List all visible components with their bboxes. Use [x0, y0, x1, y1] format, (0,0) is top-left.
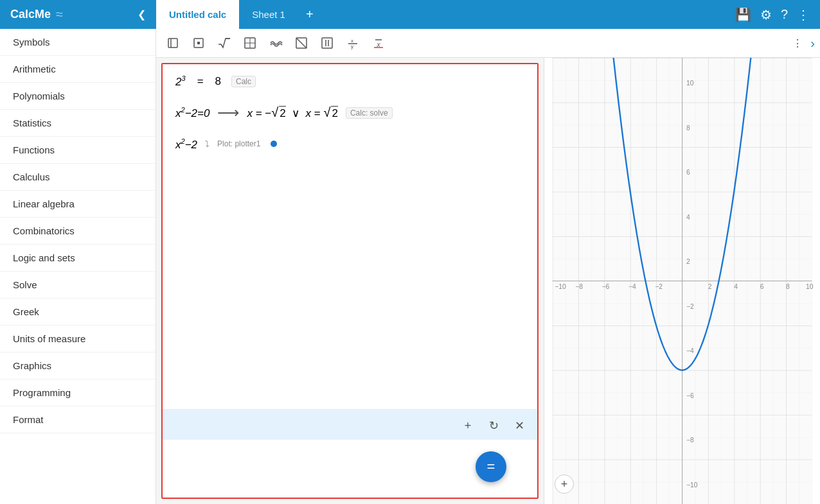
- logo-icon: ≈: [56, 7, 63, 22]
- sidebar-item-calculus[interactable]: Calculus: [0, 164, 156, 191]
- strikethrough-toolbar-btn[interactable]: [290, 33, 313, 53]
- svg-text:−10: −10: [686, 482, 698, 489]
- toolbar-more-btn[interactable]: ⋮: [792, 37, 803, 49]
- app-header: CalcMe ≈ ❮ Untitled calc Sheet 1 + 💾 ⚙ ?…: [0, 0, 820, 29]
- sidebar: Symbols Arithmetic Polynomials Statistic…: [0, 29, 156, 504]
- header-tabs: Untitled calc Sheet 1 +: [156, 0, 725, 29]
- svg-text:−4: −4: [628, 283, 636, 290]
- expr2-arrow: ⟶: [217, 104, 239, 122]
- plot-icon: ⤵: [205, 139, 209, 149]
- svg-text:8: 8: [786, 283, 790, 290]
- graph-svg: 10 8 6 4 2 −2 −4 −6 −8 −10 −2 −4 −6: [544, 58, 820, 504]
- graph-add-label: +: [561, 478, 568, 491]
- matrix-toolbar-btn[interactable]: [238, 33, 262, 53]
- sidebar-item-functions[interactable]: Functions: [0, 137, 156, 164]
- svg-text:4: 4: [686, 214, 690, 221]
- svg-rect-10: [322, 38, 332, 48]
- sidebar-item-linear-algebra[interactable]: Linear algebra: [0, 191, 156, 218]
- doc-title: Untitled calc: [169, 9, 226, 20]
- approx-toolbar-btn[interactable]: [264, 33, 287, 53]
- app-body: Symbols Arithmetic Polynomials Statistic…: [0, 29, 820, 504]
- editor-panel[interactable]: 23 = 8 Calc x2−2=0 ⟶ x = −√2: [156, 58, 544, 504]
- logo-area: CalcMe ≈ ❮: [0, 7, 156, 22]
- toolbar-arrow-btn[interactable]: ›: [810, 36, 815, 51]
- sidebar-item-format[interactable]: Format: [0, 406, 156, 433]
- svg-text:2: 2: [686, 258, 690, 265]
- svg-text:−8: −8: [686, 437, 694, 444]
- sidebar-collapse-btn[interactable]: ❮: [138, 8, 146, 21]
- cell-content: 23 = 8 Calc x2−2=0 ⟶ x = −√2: [163, 64, 537, 177]
- formula-toolbar: xy x ⋮ ›: [156, 29, 820, 58]
- graph-add-btn[interactable]: +: [555, 474, 574, 494]
- sidebar-item-units[interactable]: Units of measure: [0, 326, 156, 352]
- tab-title: Untitled calc: [156, 0, 239, 29]
- sidebar-item-graphics[interactable]: Graphics: [0, 352, 156, 379]
- expr1-tag: Calc: [231, 76, 256, 87]
- cell-add-btn[interactable]: +: [458, 415, 478, 436]
- sidebar-item-symbols[interactable]: Symbols: [0, 29, 156, 56]
- svg-text:10: 10: [806, 283, 814, 290]
- svg-text:8: 8: [686, 125, 690, 132]
- equals-fab-btn[interactable]: =: [476, 451, 506, 482]
- frac-toolbar-btn[interactable]: xy: [341, 33, 364, 53]
- svg-rect-3: [197, 42, 200, 44]
- svg-text:6: 6: [760, 283, 764, 290]
- content-area: 23 = 8 Calc x2−2=0 ⟶ x = −√2: [156, 58, 820, 504]
- svg-text:−8: −8: [575, 283, 583, 290]
- svg-text:2: 2: [708, 283, 712, 290]
- svg-text:−2: −2: [686, 303, 694, 310]
- expr2-input: x2−2=0: [175, 106, 209, 120]
- svg-text:x: x: [351, 38, 353, 44]
- abs-toolbar-btn[interactable]: [316, 33, 339, 53]
- expr1-result: 8: [215, 75, 221, 88]
- help-icon[interactable]: ?: [778, 4, 790, 24]
- svg-text:−4: −4: [686, 347, 694, 354]
- equals-fab-label: =: [487, 458, 495, 475]
- expr2-tag: Calc: solve: [346, 107, 393, 119]
- svg-text:4: 4: [734, 283, 738, 290]
- main-area: xy x ⋮ › 23: [156, 29, 820, 504]
- svg-text:−10: −10: [555, 283, 566, 290]
- frame-toolbar-btn[interactable]: [187, 33, 210, 53]
- svg-text:−2: −2: [655, 283, 663, 290]
- sqrt-toolbar-btn[interactable]: [213, 33, 236, 53]
- svg-text:−6: −6: [686, 392, 694, 399]
- svg-text:y: y: [351, 44, 353, 49]
- svg-line-9: [296, 38, 307, 48]
- graph-canvas: 10 8 6 4 2 −2 −4 −6 −8 −10 −2 −4 −6: [544, 58, 820, 504]
- svg-text:6: 6: [686, 169, 690, 176]
- expr2-result: x = −√2 ∨ x = √2: [247, 105, 338, 120]
- cell-actions: + ↻ ✕: [458, 415, 530, 436]
- overline-toolbar-btn[interactable]: x: [367, 33, 390, 53]
- editor-inner: 23 = 8 Calc x2−2=0 ⟶ x = −√2: [156, 58, 544, 504]
- text-toolbar-btn[interactable]: [161, 33, 184, 53]
- app-name: CalcMe: [10, 8, 51, 21]
- sidebar-item-greek[interactable]: Greek: [0, 299, 156, 326]
- sidebar-item-solve[interactable]: Solve: [0, 272, 156, 299]
- expr3-tag: Plot: plotter1: [217, 139, 260, 148]
- sidebar-item-arithmetic[interactable]: Arithmetic: [0, 56, 156, 83]
- cell-close-btn[interactable]: ✕: [509, 415, 530, 436]
- expr3-input: x2−2: [175, 137, 197, 152]
- expr1-input: 23: [175, 74, 186, 89]
- tab-sheet1[interactable]: Sheet 1: [239, 9, 298, 20]
- expr-row-1: 23 = 8 Calc: [175, 74, 524, 89]
- svg-rect-0: [168, 39, 177, 48]
- tab-add-btn[interactable]: +: [298, 7, 321, 22]
- sidebar-item-statistics[interactable]: Statistics: [0, 110, 156, 137]
- svg-text:10: 10: [686, 80, 694, 87]
- cell-refresh-btn[interactable]: ↻: [483, 415, 504, 436]
- sidebar-item-combinatorics[interactable]: Combinatorics: [0, 218, 156, 245]
- sidebar-item-logic-sets[interactable]: Logic and sets: [0, 245, 156, 272]
- graph-panel: 10 8 6 4 2 −2 −4 −6 −8 −10 −2 −4 −6: [544, 58, 820, 504]
- settings-icon[interactable]: ⚙: [758, 4, 774, 25]
- sidebar-item-programming[interactable]: Programming: [0, 379, 156, 406]
- svg-text:−6: −6: [602, 283, 610, 290]
- sidebar-item-polynomials[interactable]: Polynomials: [0, 83, 156, 110]
- plot-dot: [271, 141, 277, 147]
- save-icon[interactable]: 💾: [733, 4, 754, 25]
- main-cell[interactable]: 23 = 8 Calc x2−2=0 ⟶ x = −√2: [161, 63, 539, 499]
- expr-row-2: x2−2=0 ⟶ x = −√2 ∨ x = √2 Calc: solve: [175, 104, 524, 122]
- expr-row-3: x2−2 ⤵ Plot: plotter1: [175, 137, 524, 152]
- more-icon[interactable]: ⋮: [794, 4, 812, 25]
